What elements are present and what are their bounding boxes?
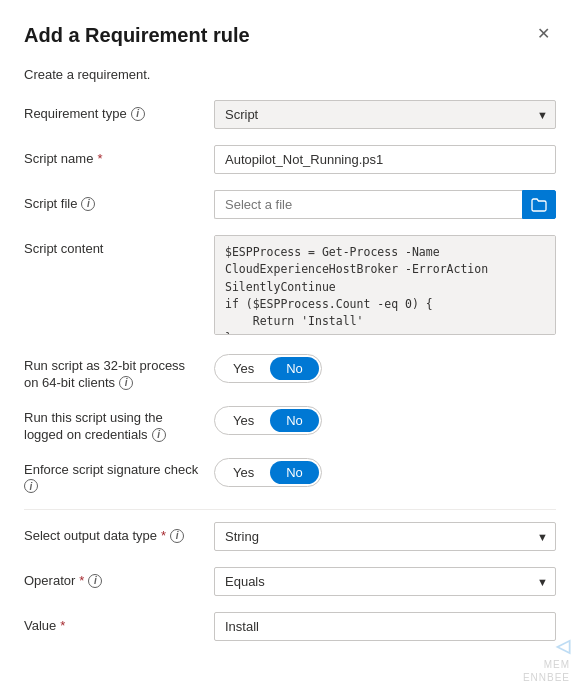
folder-icon (531, 198, 547, 212)
script-name-input[interactable] (214, 145, 556, 174)
script-file-control (214, 190, 556, 219)
logged-credentials-toggle-group: Yes No (214, 406, 322, 435)
add-requirement-dialog: Add a Requirement rule ✕ Create a requir… (0, 0, 580, 694)
script-file-info-icon[interactable]: i (81, 197, 95, 211)
signature-check-no-button[interactable]: No (270, 461, 319, 484)
output-data-type-info-icon[interactable]: i (170, 529, 184, 543)
signature-check-yes-button[interactable]: Yes (217, 461, 270, 484)
signature-check-row: Enforce script signature check i Yes No (24, 458, 556, 493)
output-data-type-select-wrapper: String Integer Float DateTime Version ▼ (214, 522, 556, 551)
script-name-required-marker: * (97, 151, 102, 166)
operator-required-marker: * (79, 573, 84, 588)
script-file-row: Script file i (24, 190, 556, 219)
operator-row: Operator * i Equals Not equal Greater th… (24, 567, 556, 596)
signature-check-toggle-group: Yes No (214, 458, 322, 487)
logged-credentials-control: Yes No (214, 406, 556, 435)
run-32bit-row: Run script as 32-bit process on 64-bit c… (24, 354, 556, 390)
output-data-type-select[interactable]: String Integer Float DateTime Version (214, 522, 556, 551)
operator-control: Equals Not equal Greater than Less than … (214, 567, 556, 596)
run-32bit-control: Yes No (214, 354, 556, 383)
dialog-subtitle: Create a requirement. (24, 67, 556, 82)
script-content-label: Script content (24, 235, 214, 256)
script-name-row: Script name * (24, 145, 556, 174)
operator-select[interactable]: Equals Not equal Greater than Less than … (214, 567, 556, 596)
script-content-row: Script content $ESPProcess = Get-Process… (24, 235, 556, 338)
value-required-marker: * (60, 618, 65, 633)
logged-credentials-row: Run this script using the logged on cred… (24, 406, 556, 442)
signature-check-info-icon[interactable]: i (24, 479, 38, 493)
script-name-label: Script name * (24, 145, 214, 166)
output-data-type-required-marker: * (161, 528, 166, 543)
output-data-type-row: Select output data type * i String Integ… (24, 522, 556, 551)
script-file-input[interactable] (214, 190, 522, 219)
script-file-wrapper (214, 190, 556, 219)
script-name-control (214, 145, 556, 174)
logged-credentials-no-button[interactable]: No (270, 409, 319, 432)
requirement-type-select-wrapper: Script Registry File system ▼ (214, 100, 556, 129)
operator-select-wrapper: Equals Not equal Greater than Less than … (214, 567, 556, 596)
operator-info-icon[interactable]: i (88, 574, 102, 588)
run-32bit-label: Run script as 32-bit process on 64-bit c… (24, 354, 214, 390)
dialog-header: Add a Requirement rule ✕ (24, 24, 556, 47)
value-control (214, 612, 556, 641)
operator-label: Operator * i (24, 567, 214, 588)
logged-credentials-label: Run this script using the logged on cred… (24, 406, 214, 442)
signature-check-label: Enforce script signature check i (24, 458, 214, 493)
requirement-type-select[interactable]: Script Registry File system (214, 100, 556, 129)
requirement-type-info-icon[interactable]: i (131, 107, 145, 121)
output-data-type-control: String Integer Float DateTime Version ▼ (214, 522, 556, 551)
output-data-type-label: Select output data type * i (24, 522, 214, 543)
divider (24, 509, 556, 510)
signature-check-control: Yes No (214, 458, 556, 487)
requirement-type-control: Script Registry File system ▼ (214, 100, 556, 129)
value-label: Value * (24, 612, 214, 633)
script-content-control: $ESPProcess = Get-Process -Name CloudExp… (214, 235, 556, 338)
value-input[interactable] (214, 612, 556, 641)
close-button[interactable]: ✕ (531, 24, 556, 44)
requirement-type-label: Requirement type i (24, 100, 214, 121)
run-32bit-no-button[interactable]: No (270, 357, 319, 380)
script-file-browse-button[interactable] (522, 190, 556, 219)
logged-credentials-info-icon[interactable]: i (152, 428, 166, 442)
run-32bit-yes-button[interactable]: Yes (217, 357, 270, 380)
requirement-type-row: Requirement type i Script Registry File … (24, 100, 556, 129)
script-content-textarea[interactable]: $ESPProcess = Get-Process -Name CloudExp… (214, 235, 556, 335)
run-32bit-toggle-group: Yes No (214, 354, 322, 383)
watermark: ◁ MEMENNBEE (523, 635, 570, 684)
dialog-title: Add a Requirement rule (24, 24, 250, 47)
run-32bit-info-icon[interactable]: i (119, 376, 133, 390)
script-file-label: Script file i (24, 190, 214, 211)
logged-credentials-yes-button[interactable]: Yes (217, 409, 270, 432)
value-row: Value * (24, 612, 556, 641)
